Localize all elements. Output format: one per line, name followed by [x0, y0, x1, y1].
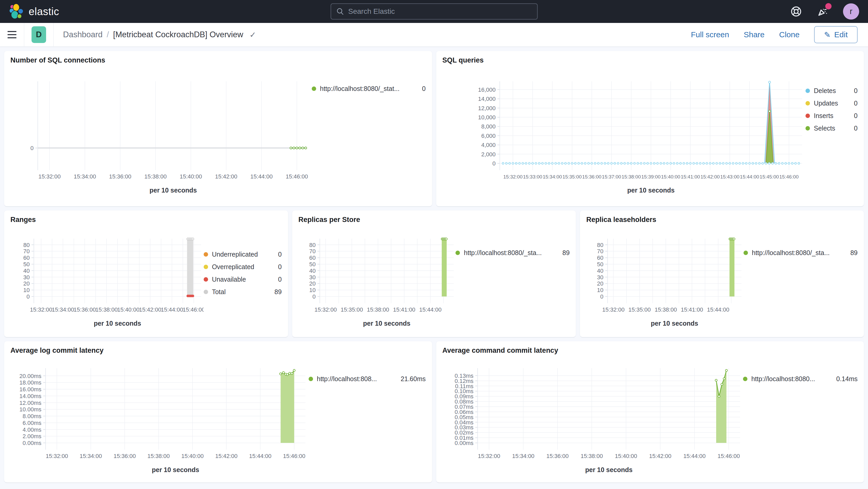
- legend-label: http://localhost:8080...: [751, 375, 815, 383]
- legend-label: Overreplicated: [212, 263, 254, 271]
- svg-text:15:44:00: 15:44:00: [250, 173, 273, 180]
- chart-sql-queries[interactable]: 02,0004,0006,0008,00010,00012,00014,0001…: [442, 66, 806, 201]
- legend-item[interactable]: Underreplicated 0: [204, 251, 282, 258]
- svg-text:30: 30: [309, 274, 315, 281]
- legend-item[interactable]: http://localhost:8080/_sta... 89: [456, 249, 569, 256]
- svg-text:15:41:00: 15:41:00: [681, 306, 704, 313]
- svg-text:15:32:00: 15:32:00: [314, 306, 337, 313]
- menu-button[interactable]: [0, 23, 24, 47]
- checkmark-icon[interactable]: ✓: [249, 30, 256, 39]
- svg-text:15:32:00: 15:32:00: [46, 453, 68, 459]
- legend-value: 21.60ms: [401, 375, 426, 383]
- svg-text:15:34:00: 15:34:00: [512, 453, 534, 459]
- legend-item[interactable]: http://localhost:808... 21.60ms: [309, 375, 426, 383]
- svg-text:40: 40: [597, 268, 603, 274]
- svg-text:15:38:00: 15:38:00: [367, 306, 389, 313]
- svg-text:15:42:00: 15:42:00: [700, 174, 719, 180]
- panel-replica-leaseholders: Replica leaseholders 0102030405060708015…: [580, 211, 864, 337]
- chart-replica-leaseholders[interactable]: 0102030405060708015:32:0015:35:0015:38:0…: [586, 225, 744, 332]
- legend-item[interactable]: Unavailable 0: [204, 276, 282, 283]
- svg-text:15:44:00: 15:44:00: [161, 306, 183, 313]
- search-input[interactable]: [348, 7, 532, 16]
- svg-text:15:33:00: 15:33:00: [523, 174, 542, 180]
- legend-value: 0: [854, 112, 858, 120]
- svg-text:15:46:00: 15:46:00: [717, 453, 740, 459]
- logo-wordmark: elastic: [29, 6, 59, 18]
- panel-log-commit-latency: Average log commit latency 0.00ms2.00ms4…: [4, 341, 432, 483]
- help-button[interactable]: [790, 5, 802, 18]
- clone-button[interactable]: Clone: [779, 30, 800, 39]
- legend-item[interactable]: http://localhost:8080... 0.14ms: [743, 375, 858, 383]
- nav-right-cluster: r: [790, 3, 859, 20]
- chart-sql-connections[interactable]: 015:32:0015:34:0015:36:0015:38:0015:40:0…: [10, 66, 312, 201]
- user-avatar[interactable]: r: [843, 3, 859, 20]
- top-navigation: elastic: [0, 0, 868, 23]
- news-feed-button[interactable]: [816, 5, 829, 18]
- page-title: [Metricbeat CockroachDB] Overview: [113, 30, 243, 39]
- elastic-logo[interactable]: elastic: [9, 3, 59, 20]
- svg-text:15:43:00: 15:43:00: [720, 174, 739, 180]
- svg-text:15:41:00: 15:41:00: [393, 306, 415, 313]
- svg-text:10: 10: [24, 287, 30, 293]
- legend-item[interactable]: Total 89: [204, 288, 282, 296]
- svg-text:10: 10: [309, 287, 315, 293]
- breadcrumb-dashboard-link[interactable]: Dashboard: [63, 30, 103, 39]
- chart-legend: http://localhost:8080/_sta... 89: [744, 225, 858, 332]
- legend-item[interactable]: http://localhost:8080/_sta... 89: [744, 249, 858, 256]
- svg-text:2,000: 2,000: [481, 151, 495, 158]
- svg-text:15:32:00: 15:32:00: [503, 174, 522, 180]
- legend-item[interactable]: Overreplicated 0: [204, 263, 282, 271]
- svg-text:60: 60: [24, 254, 30, 261]
- legend-label: http://localhost:8080/_sta...: [464, 249, 542, 256]
- svg-text:15:35:00: 15:35:00: [628, 306, 651, 313]
- svg-text:30: 30: [24, 274, 30, 281]
- legend-dot-icon: [806, 89, 810, 93]
- svg-text:15:34:00: 15:34:00: [542, 174, 562, 180]
- panel-title: Replica leaseholders: [586, 216, 858, 225]
- svg-text:15:38:00: 15:38:00: [581, 453, 603, 459]
- chart-legend: http://localhost:8080/_sta... 89: [456, 225, 569, 332]
- chart-log-commit-latency[interactable]: 0.00ms2.00ms4.00ms6.00ms8.00ms10.00ms12.…: [10, 357, 309, 477]
- svg-text:0: 0: [600, 293, 603, 300]
- dashboard-row: Ranges 0102030405060708015:32:0015:34:00…: [4, 211, 864, 337]
- svg-text:per 10 seconds: per 10 seconds: [150, 186, 197, 194]
- share-button[interactable]: Share: [744, 30, 765, 39]
- breadcrumb: Dashboard / [Metricbeat CockroachDB] Ove…: [63, 30, 256, 39]
- legend-value: 0.14ms: [836, 375, 858, 383]
- legend-value: 0: [278, 276, 282, 283]
- legend-label: http://localhost:8080/_sta...: [752, 249, 830, 256]
- svg-text:8.00ms: 8.00ms: [23, 413, 41, 420]
- svg-text:8,000: 8,000: [481, 123, 495, 130]
- legend-value: 0: [854, 87, 858, 95]
- legend-item[interactable]: http://localhost:8080/_stat... 0: [312, 85, 426, 92]
- hamburger-icon: [7, 31, 17, 32]
- legend-dot-icon: [204, 290, 208, 294]
- svg-text:15:38:00: 15:38:00: [147, 453, 170, 459]
- legend-item[interactable]: Deletes 0: [806, 87, 858, 95]
- legend-value: 89: [275, 288, 282, 296]
- svg-text:per 10 seconds: per 10 seconds: [651, 320, 698, 327]
- chart-ranges[interactable]: 0102030405060708015:32:0015:34:0015:36:0…: [10, 225, 204, 332]
- legend-label: Deletes: [814, 87, 836, 95]
- svg-text:15:46:00: 15:46:00: [779, 174, 799, 180]
- space-switcher[interactable]: D: [32, 26, 46, 43]
- global-search[interactable]: [331, 3, 537, 20]
- svg-text:16,000: 16,000: [478, 87, 495, 93]
- edit-button[interactable]: ✎ Edit: [814, 26, 858, 43]
- legend-label: Unavailable: [212, 276, 246, 283]
- dashboard-row: Number of SQL connections 015:32:0015:34…: [4, 51, 864, 206]
- svg-text:15:32:00: 15:32:00: [602, 306, 625, 313]
- svg-text:15:32:00: 15:32:00: [38, 173, 61, 180]
- chart-legend: Deletes 0 Updates 0 Inserts 0: [806, 66, 858, 201]
- legend-item[interactable]: Inserts 0: [806, 112, 858, 120]
- full-screen-button[interactable]: Full screen: [691, 30, 729, 39]
- chart-command-commit-latency[interactable]: 0.00ms0.01ms0.02ms0.03ms0.04ms0.05ms0.06…: [442, 357, 743, 477]
- legend-item[interactable]: Selects 0: [806, 125, 858, 132]
- legend-label: Inserts: [814, 112, 833, 120]
- svg-text:15:34:00: 15:34:00: [80, 453, 102, 459]
- svg-text:15:40:00: 15:40:00: [615, 453, 637, 459]
- legend-dot-icon: [456, 251, 460, 255]
- legend-item[interactable]: Updates 0: [806, 99, 858, 107]
- legend-value: 0: [854, 125, 858, 132]
- chart-replicas-per-store[interactable]: 0102030405060708015:32:0015:35:0015:38:0…: [299, 225, 456, 332]
